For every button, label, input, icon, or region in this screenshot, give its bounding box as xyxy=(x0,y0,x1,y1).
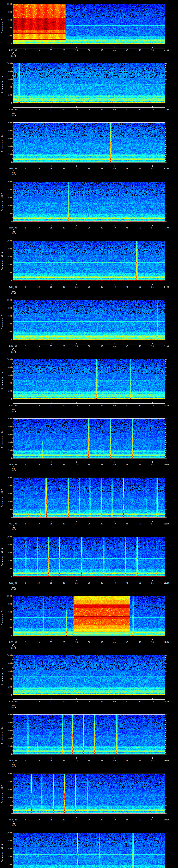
x-axis-tick xyxy=(127,639,127,640)
y-axis-tick xyxy=(12,549,13,549)
x-axis-tick xyxy=(152,580,153,581)
y-axis-tick xyxy=(165,81,166,82)
x-axis-tick xyxy=(64,225,64,226)
y-axis-tick-label: 200 xyxy=(4,35,12,37)
y-axis-tick-label: 1000 xyxy=(4,595,12,597)
x-axis-date: 4 Sep 2014 xyxy=(7,466,20,471)
x-axis-tick-label: 55 xyxy=(150,582,155,584)
x-axis-tick-label: 45 xyxy=(124,108,130,111)
y-axis-tick xyxy=(12,95,13,95)
y-axis-tick xyxy=(13,843,13,843)
y-axis-tick xyxy=(13,81,13,82)
x-axis-tick-label: 55 xyxy=(150,168,155,170)
y-axis-tick xyxy=(13,381,13,381)
x-axis-tick-label: 25 xyxy=(74,760,79,762)
y-axis-tick xyxy=(13,492,13,492)
y-axis-tick xyxy=(165,490,166,490)
x-axis-tick-label: 55 xyxy=(150,819,155,821)
x-axis-tick-label: 50 xyxy=(137,641,143,643)
y-axis-tick-label: 0 xyxy=(4,576,12,578)
y-axis-tick xyxy=(13,867,13,867)
x-axis-tick-label: 25 xyxy=(74,286,79,288)
y-axis-tick xyxy=(12,450,13,451)
x-axis-tick-label: 10 xyxy=(36,641,41,643)
x-axis-tick xyxy=(102,757,102,758)
y-axis-tick-label: 600 xyxy=(4,552,12,554)
spectrogram-panel: Frequency (Hz) 4:13:00 14:00 4 Sep 2014 … xyxy=(0,592,178,651)
y-axis-tick-label: 0 xyxy=(4,161,12,163)
y-axis-tick xyxy=(165,251,166,251)
x-axis-tick xyxy=(102,165,102,167)
y-axis-tick xyxy=(165,324,167,324)
y-axis-title: Frequency (Hz) xyxy=(1,186,3,218)
y-axis-tick xyxy=(165,679,167,679)
x-axis-tick-label: 20 xyxy=(61,286,66,288)
x-axis-tick xyxy=(152,165,153,167)
x-axis-start-time: 4:04:00 xyxy=(6,108,20,111)
y-axis-tick xyxy=(165,63,167,64)
y-axis-tick xyxy=(13,199,13,200)
x-axis-tick xyxy=(127,47,127,48)
x-axis-tick-label: 55 xyxy=(150,464,155,466)
y-axis-tick xyxy=(12,324,13,324)
y-axis-tick xyxy=(165,148,166,149)
x-axis-tick-label: 10 xyxy=(36,404,41,407)
x-axis-tick-label: 5 xyxy=(23,464,29,466)
y-axis-tick xyxy=(165,671,167,672)
x-axis-tick-label: 30 xyxy=(86,404,92,407)
x-axis-tick-label: 30 xyxy=(86,227,92,229)
x-axis-tick-label: 55 xyxy=(150,108,155,111)
x-axis-line xyxy=(13,818,165,818)
x-axis-tick-label: 5 xyxy=(23,523,29,525)
y-axis-tick-label: 600 xyxy=(4,197,12,199)
spectrogram-panel: Frequency (Hz) 4:15:00 16:00 4 Sep 2014 … xyxy=(0,710,178,770)
x-axis-tick-label: 10 xyxy=(36,819,41,821)
y-axis-tick xyxy=(165,843,166,843)
x-axis-tick-label: 30 xyxy=(86,345,92,347)
x-axis-tick xyxy=(38,165,39,167)
y-axis-tick xyxy=(165,12,167,12)
x-axis-end-time: 7:00 xyxy=(161,227,172,229)
y-axis-tick xyxy=(165,687,167,687)
y-axis-tick xyxy=(13,208,13,208)
y-axis-tick xyxy=(165,742,166,743)
x-axis-line xyxy=(13,463,165,463)
spectrogram-panel: Frequency (Hz) 4:14:00 15:00 4 Sep 2014 … xyxy=(0,651,178,710)
x-axis-tick xyxy=(51,165,52,167)
y-axis-tick-label: 600 xyxy=(4,374,12,376)
y-axis-tick xyxy=(165,330,166,330)
x-axis-date: 4 Sep 2014 xyxy=(7,525,20,531)
x-axis-tick xyxy=(64,343,64,344)
y-axis-tick xyxy=(13,563,13,563)
y-axis-tick-label: 0 xyxy=(4,694,12,696)
x-axis-tick-label: 45 xyxy=(124,168,130,170)
x-axis-tick xyxy=(152,225,153,226)
y-axis-tick xyxy=(165,722,167,723)
y-axis-title: Frequency (Hz) xyxy=(1,719,3,750)
x-axis-tick xyxy=(152,106,153,107)
y-axis-tick-label: 400 xyxy=(4,27,12,29)
y-axis-tick-label: 1000 xyxy=(4,654,12,656)
plot-area xyxy=(13,359,165,399)
spectrogram-panel: Frequency (Hz) 4:09:00 10:00 4 Sep 2014 … xyxy=(0,355,178,414)
y-axis-tick xyxy=(12,12,13,12)
y-axis-tick xyxy=(165,334,166,334)
x-axis-tick-label: 10 xyxy=(36,108,41,111)
x-axis-tick xyxy=(13,283,13,285)
x-axis-tick xyxy=(51,817,52,818)
y-axis-tick-label: 600 xyxy=(4,19,12,21)
x-axis-tick-label: 55 xyxy=(150,227,155,229)
y-axis-tick xyxy=(12,545,13,545)
y-axis-tick xyxy=(165,261,166,261)
x-axis-tick xyxy=(64,639,64,640)
plot-area xyxy=(13,714,165,754)
y-axis-tick xyxy=(165,865,167,865)
date-year: 2014 xyxy=(7,825,20,827)
y-axis-tick xyxy=(12,316,13,316)
y-axis-tick xyxy=(165,423,166,423)
x-axis-tick-label: 30 xyxy=(86,168,92,170)
plot-area xyxy=(13,63,165,103)
x-axis-tick-label: 45 xyxy=(124,227,130,229)
x-axis-tick-label: 40 xyxy=(112,641,117,643)
y-axis-tick xyxy=(165,691,166,691)
